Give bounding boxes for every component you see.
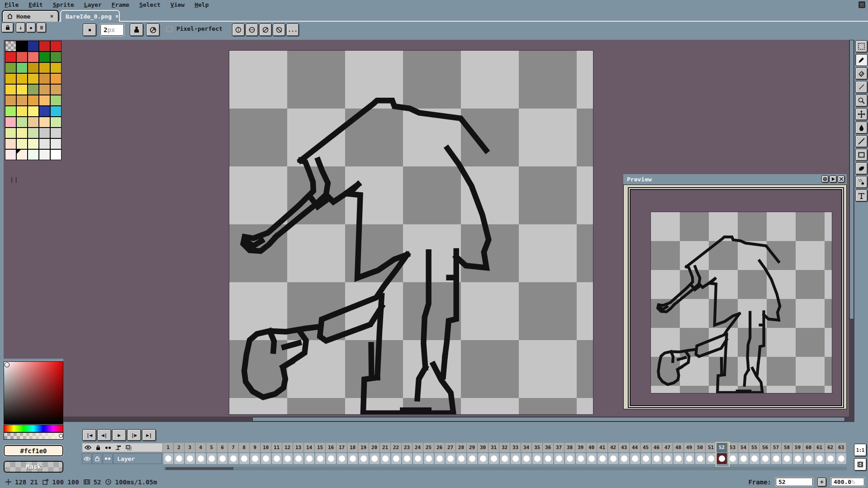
cel-frame-6[interactable] bbox=[217, 453, 228, 464]
frame-number-8[interactable]: 8 bbox=[239, 443, 250, 452]
frame-number-51[interactable]: 51 bbox=[706, 443, 716, 452]
palette-swatch[interactable] bbox=[16, 41, 28, 52]
palette-swatch[interactable] bbox=[16, 62, 28, 73]
palette-swatch[interactable] bbox=[5, 106, 16, 117]
frame-number-9[interactable]: 9 bbox=[250, 443, 261, 452]
palette-swatch[interactable] bbox=[28, 117, 39, 128]
cel-frame-5[interactable] bbox=[206, 453, 217, 464]
frame-number-54[interactable]: 54 bbox=[738, 443, 749, 452]
frame-number-44[interactable]: 44 bbox=[630, 443, 640, 452]
cel-frame-3[interactable] bbox=[185, 453, 195, 464]
frame-number-14[interactable]: 14 bbox=[304, 443, 315, 452]
frame-number-17[interactable]: 17 bbox=[337, 443, 347, 452]
hex-color-field[interactable]: #fcf1e0 bbox=[4, 445, 63, 456]
next-frame-button[interactable]: |▶ bbox=[127, 429, 141, 441]
palette-options-button[interactable]: ≡ bbox=[37, 23, 46, 33]
palette-swatch[interactable] bbox=[5, 138, 16, 149]
palette-swatches[interactable] bbox=[5, 41, 62, 160]
frame-number-50[interactable]: 50 bbox=[695, 443, 706, 452]
cel-frame-63[interactable] bbox=[836, 453, 847, 464]
palette-swatch[interactable] bbox=[50, 52, 62, 62]
cel-frame-16[interactable] bbox=[326, 453, 337, 464]
frame-number-30[interactable]: 30 bbox=[478, 443, 489, 452]
palette-swatch[interactable] bbox=[50, 117, 62, 128]
onion-skin-icon[interactable] bbox=[115, 445, 122, 450]
previous-frame-button[interactable]: ◀| bbox=[97, 429, 111, 441]
frame-number-5[interactable]: 5 bbox=[206, 443, 217, 452]
pixel-perfect-checkbox[interactable] bbox=[166, 26, 172, 32]
cel-frame-20[interactable] bbox=[369, 453, 380, 464]
palette-swatch[interactable] bbox=[39, 41, 50, 52]
zoom-input[interactable]: 400.0% bbox=[831, 478, 864, 486]
palette-swatch[interactable] bbox=[28, 52, 39, 62]
frame-number-13[interactable]: 13 bbox=[293, 443, 304, 452]
symmetry-diagonal-button[interactable] bbox=[259, 24, 272, 36]
timeline-frame-numbers[interactable]: 1234567891011121314151617181920212223242… bbox=[163, 443, 847, 452]
menu-layer[interactable]: Layer bbox=[84, 1, 102, 8]
frame-number-45[interactable]: 45 bbox=[640, 443, 651, 452]
frame-number-24[interactable]: 24 bbox=[413, 443, 423, 452]
layers-icon[interactable] bbox=[126, 445, 132, 450]
frame-number-4[interactable]: 4 bbox=[195, 443, 206, 452]
frame-number-28[interactable]: 28 bbox=[456, 443, 467, 452]
frame-number-40[interactable]: 40 bbox=[586, 443, 597, 452]
palette-swatch[interactable] bbox=[28, 149, 39, 160]
frame-number-38[interactable]: 38 bbox=[564, 443, 575, 452]
cel-frame-23[interactable] bbox=[402, 453, 413, 464]
sprite-canvas[interactable] bbox=[229, 51, 593, 414]
frame-number-6[interactable]: 6 bbox=[217, 443, 228, 452]
dynamics-button[interactable] bbox=[146, 24, 160, 36]
cel-frame-53[interactable] bbox=[727, 453, 738, 464]
frame-number-7[interactable]: 7 bbox=[228, 443, 239, 452]
hue-bar[interactable] bbox=[4, 425, 63, 432]
palette-swatch[interactable] bbox=[5, 41, 16, 52]
palette-swatch[interactable] bbox=[5, 62, 16, 73]
palette-swatch[interactable] bbox=[39, 106, 50, 117]
palette-swatch[interactable] bbox=[50, 73, 62, 84]
frame-number-25[interactable]: 25 bbox=[423, 443, 434, 452]
frame-number-18[interactable]: 18 bbox=[347, 443, 358, 452]
cel-frame-34[interactable] bbox=[521, 453, 532, 464]
palette-swatch[interactable] bbox=[5, 117, 16, 128]
cel-frame-48[interactable] bbox=[673, 453, 684, 464]
frame-number-3[interactable]: 3 bbox=[185, 443, 195, 452]
cel-frame-33[interactable] bbox=[510, 453, 521, 464]
play-button[interactable]: ▶ bbox=[112, 429, 126, 441]
cel-frame-10[interactable] bbox=[261, 453, 271, 464]
layer-name[interactable]: Layer bbox=[113, 453, 162, 464]
frame-number-16[interactable]: 16 bbox=[326, 443, 337, 452]
palette-swatch[interactable] bbox=[28, 84, 39, 95]
frame-number-42[interactable]: 42 bbox=[608, 443, 619, 452]
brush-type-button[interactable] bbox=[83, 24, 96, 36]
palette-swatch[interactable] bbox=[16, 138, 28, 149]
cel-frame-32[interactable] bbox=[499, 453, 510, 464]
palette-sort-button[interactable]: ↓ bbox=[16, 23, 25, 33]
palette-swatch[interactable] bbox=[39, 62, 50, 73]
rectangular-marquee-tool-button[interactable] bbox=[855, 40, 868, 52]
cel-frame-30[interactable] bbox=[478, 453, 489, 464]
mask-button[interactable]: Mask bbox=[4, 461, 63, 473]
palette-lock-button[interactable] bbox=[1, 23, 14, 33]
cel-frame-26[interactable] bbox=[434, 453, 445, 464]
cel-frame-22[interactable] bbox=[391, 453, 402, 464]
timeline-scroll-thumb[interactable] bbox=[166, 467, 233, 470]
palette-swatch[interactable] bbox=[16, 52, 28, 62]
palette-swatch[interactable] bbox=[16, 106, 28, 117]
palette-resize-handle[interactable]: || bbox=[10, 176, 19, 183]
canvas-v-scrollbar[interactable] bbox=[849, 40, 854, 422]
cel-frame-49[interactable] bbox=[684, 453, 695, 464]
palette-swatch[interactable] bbox=[16, 95, 28, 106]
layer-lock-toggle[interactable] bbox=[92, 453, 102, 464]
frame-number-11[interactable]: 11 bbox=[271, 443, 282, 452]
canvas-h-scroll-thumb[interactable] bbox=[252, 417, 845, 422]
palette-swatch[interactable] bbox=[39, 95, 50, 106]
ink-button[interactable] bbox=[130, 24, 143, 36]
palette-swatch[interactable] bbox=[5, 149, 16, 160]
cel-frame-11[interactable] bbox=[271, 453, 282, 464]
cel-frame-55[interactable] bbox=[749, 453, 760, 464]
frame-number-2[interactable]: 2 bbox=[174, 443, 185, 452]
rectangle-tool-button[interactable] bbox=[855, 149, 868, 161]
canvas-h-scrollbar[interactable] bbox=[63, 417, 849, 422]
cel-frame-36[interactable] bbox=[543, 453, 554, 464]
cel-frame-45[interactable] bbox=[640, 453, 651, 464]
